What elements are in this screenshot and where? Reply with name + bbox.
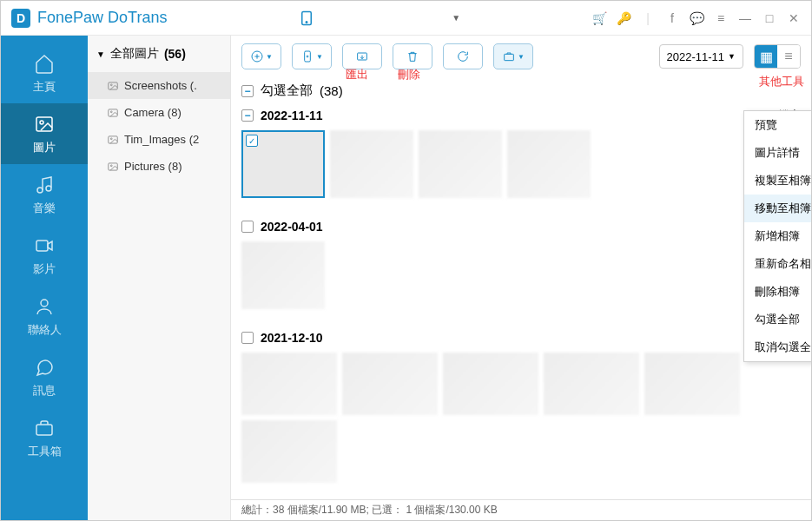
- thumbnail[interactable]: [241, 241, 325, 309]
- main-panel: 其他工具 ▼ ▼ ▼ 匯出 刪除 2022-11-11 ▼ ▦ ≡ 勾選全部(3…: [231, 36, 811, 520]
- toolbox-icon: [32, 416, 56, 440]
- app-title: FonePaw DoTrans: [37, 9, 167, 27]
- refresh-button[interactable]: [443, 43, 483, 69]
- select-all-label: 勾選全部: [261, 82, 313, 99]
- to-device-button[interactable]: ▼: [292, 43, 332, 69]
- thumbnail[interactable]: [544, 353, 639, 415]
- album-header-count: (56): [164, 47, 186, 61]
- thumbnail[interactable]: [241, 420, 337, 483]
- logo-icon: D: [11, 9, 30, 28]
- group-checkbox[interactable]: [241, 221, 254, 233]
- chevron-down-icon: ▼: [518, 53, 525, 61]
- date-group: 2022-11-114 檔案✓: [241, 104, 801, 208]
- collapse-icon: ▼: [96, 49, 105, 59]
- menu-icon[interactable]: ≡: [714, 11, 728, 25]
- delete-button[interactable]: [393, 43, 432, 69]
- album-item[interactable]: Camera (8): [88, 99, 230, 126]
- thumbnail[interactable]: [419, 130, 502, 198]
- thumbnail[interactable]: [443, 353, 538, 415]
- cart-icon[interactable]: 🛒: [592, 11, 606, 25]
- thumbnail[interactable]: ✓: [241, 130, 325, 198]
- sidebar-label: 音樂: [33, 201, 56, 216]
- album-item[interactable]: Tim_Images (2: [88, 126, 230, 153]
- context-menu: 預覽圖片詳情複製至相簿▶移動至相簿▶新增相簿重新命名相簿刪除相簿勾選全部取消勾選…: [743, 110, 812, 362]
- album-label: Screenshots (.: [124, 79, 197, 92]
- video-icon: [32, 234, 56, 258]
- chevron-down-icon[interactable]: ▼: [452, 13, 460, 23]
- note-other-tools: 其他工具: [759, 74, 804, 89]
- menu-item[interactable]: 移動至相簿▶: [744, 195, 812, 222]
- export-button[interactable]: [342, 43, 382, 69]
- menu-item[interactable]: 圖片詳情: [744, 139, 812, 167]
- thumbnail[interactable]: [644, 353, 740, 415]
- list-view-button[interactable]: ≡: [777, 45, 800, 68]
- menu-item[interactable]: 複製至相簿▶: [744, 167, 812, 195]
- album-list: Screenshots (.Camera (8)Tim_Images (2Pic…: [88, 72, 230, 180]
- photo-groups: 2022-11-114 檔案✓2022-04-011 檔案2021-12-104…: [231, 104, 811, 499]
- date-group-header: 2021-12-104 檔案: [241, 326, 801, 349]
- chevron-down-icon: ▼: [728, 52, 736, 61]
- close-button[interactable]: ✕: [787, 11, 801, 25]
- note-delete: 刪除: [398, 67, 420, 82]
- album-item[interactable]: Screenshots (.: [88, 72, 230, 99]
- sidebar-item-photos[interactable]: 圖片: [1, 103, 88, 164]
- key-icon[interactable]: 🔑: [617, 11, 630, 25]
- group-date: 2022-11-11: [261, 109, 323, 122]
- thumbnail[interactable]: [342, 353, 438, 415]
- menu-item[interactable]: 新增相簿: [744, 222, 812, 250]
- album-item[interactable]: Pictures (8): [88, 153, 230, 180]
- sidebar-label: 工具箱: [28, 444, 62, 459]
- select-all-checkbox[interactable]: [241, 85, 254, 97]
- group-checkbox[interactable]: [241, 332, 254, 344]
- svg-point-14: [110, 137, 112, 139]
- titlebar: D FonePaw DoTrans ▼ 🛒 🔑 | f 💬 ≡ ― □ ✕: [1, 1, 811, 36]
- menu-item[interactable]: 重新命名相簿: [744, 250, 812, 278]
- feedback-icon[interactable]: 💬: [690, 11, 703, 25]
- group-checkbox[interactable]: [241, 109, 254, 122]
- sidebar-item-messages[interactable]: 訊息: [1, 346, 88, 407]
- photo-icon: [32, 112, 56, 136]
- menu-item[interactable]: 勾選全部: [744, 306, 812, 333]
- album-label: Camera (8): [124, 106, 182, 119]
- thumbnail[interactable]: [507, 130, 591, 198]
- date-group-header: 2022-11-114 檔案: [241, 104, 801, 127]
- chevron-down-icon: ▼: [316, 53, 323, 61]
- other-tools-button[interactable]: ▼: [493, 43, 533, 69]
- date-group: 2022-04-011 檔案: [241, 215, 801, 320]
- thumbnail[interactable]: [241, 353, 337, 415]
- album-panel: ▼ 全部圖片 (56) Screenshots (.Camera (8)Tim_…: [88, 36, 231, 520]
- svg-rect-8: [36, 425, 52, 435]
- thumbnail-row: ✓: [241, 127, 801, 208]
- album-header[interactable]: ▼ 全部圖片 (56): [88, 36, 230, 72]
- sidebar-item-contacts[interactable]: 聯絡人: [1, 286, 88, 346]
- date-filter[interactable]: 2022-11-11 ▼: [659, 44, 743, 69]
- minimize-button[interactable]: ―: [738, 11, 752, 25]
- svg-point-1: [307, 21, 308, 23]
- music-icon: [32, 173, 56, 197]
- message-icon: [32, 355, 56, 379]
- check-icon: ✓: [246, 135, 258, 147]
- note-export: 匯出: [346, 67, 368, 82]
- app-logo: D FonePaw DoTrans: [11, 9, 167, 28]
- sidebar-label: 圖片: [33, 140, 56, 155]
- add-button[interactable]: ▼: [241, 43, 281, 69]
- album-icon: [107, 107, 119, 119]
- menu-item[interactable]: 預覽: [744, 111, 812, 139]
- album-icon: [107, 161, 119, 173]
- sidebar-item-music[interactable]: 音樂: [1, 164, 88, 225]
- status-text: 總計：38 個檔案/11.90 MB; 已選： 1 個檔案/130.00 KB: [241, 503, 498, 518]
- menu-item[interactable]: 刪除相簿: [744, 278, 812, 306]
- album-header-label: 全部圖片: [110, 46, 159, 62]
- album-icon: [107, 80, 119, 92]
- date-group-header: 2022-04-011 檔案: [241, 215, 801, 238]
- thumbnail[interactable]: [330, 130, 413, 198]
- sidebar-item-home[interactable]: 主頁: [1, 43, 88, 103]
- grid-view-button[interactable]: ▦: [755, 45, 777, 68]
- menu-item[interactable]: 取消勾選全部: [744, 333, 812, 361]
- facebook-icon[interactable]: f: [665, 11, 679, 25]
- device-icon[interactable]: [299, 10, 314, 26]
- sidebar-item-videos[interactable]: 影片: [1, 225, 88, 286]
- maximize-button[interactable]: □: [762, 11, 776, 25]
- album-icon: [107, 134, 119, 146]
- sidebar-item-toolbox[interactable]: 工具箱: [1, 407, 88, 468]
